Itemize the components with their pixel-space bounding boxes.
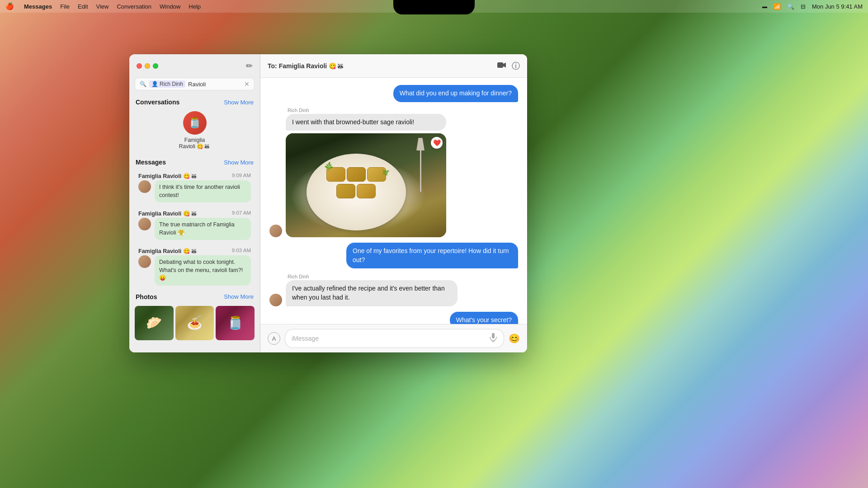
conversations-show-more[interactable]: Show More — [224, 99, 254, 106]
photo-reaction: ❤️ — [431, 137, 443, 149]
photos-grid: 🥟 🍝 🫙 — [129, 303, 260, 343]
messages-show-more[interactable]: Show More — [224, 159, 254, 166]
search-clear-button[interactable]: ✕ — [244, 80, 250, 88]
battery-icon: ▬ — [762, 4, 767, 9]
sender-label-4: Rich Dinh — [286, 274, 458, 279]
rich-dinh-avatar-4 — [269, 294, 282, 306]
traffic-lights — [137, 63, 158, 69]
to-label: To: — [268, 62, 277, 70]
messages-section-header: Messages Show More — [129, 155, 260, 169]
result-2-avatar — [138, 218, 151, 230]
video-call-button[interactable] — [497, 62, 506, 70]
result-2-time: 9:07 AM — [232, 210, 251, 217]
svg-rect-1 — [492, 333, 495, 338]
menu-window[interactable]: Window — [160, 3, 180, 10]
menu-file[interactable]: File — [60, 3, 70, 10]
conversation-famiglia[interactable]: 🫙 Famiglia Ravioli 😋🦝 — [129, 108, 260, 155]
audio-input-button[interactable] — [489, 333, 497, 344]
message-result-3[interactable]: Famiglia Ravioli 😋🦝 9:03 AM Debating wha… — [133, 244, 256, 289]
plate: 🌿 🌿 — [307, 154, 406, 230]
input-bar: A iMessage 😊 — [260, 324, 527, 352]
message-result-1[interactable]: Famiglia Ravioli 😋🦝 9:09 AM I think it's… — [133, 169, 256, 206]
result-3-bubble: Debating what to cook tonight. What's on… — [155, 255, 251, 286]
apps-button[interactable]: A — [268, 332, 280, 345]
search-icon: 🔍 — [140, 81, 146, 87]
result-3-avatar — [138, 255, 151, 268]
conversations-section-header: Conversations Show More — [129, 95, 260, 108]
sender-label-2: Rich Dinh — [286, 108, 446, 113]
result-3-group: Famiglia Ravioli 😋🦝 — [138, 248, 198, 254]
search-menubar-icon[interactable]: 🔍 — [787, 3, 794, 10]
result-3-row: Debating what to cook tonight. What's on… — [138, 255, 251, 286]
menu-view[interactable]: View — [96, 3, 109, 10]
result-2-row: The true matriarch of Famiglia Ravioli 😤 — [138, 218, 251, 240]
messages-window: ✏ 🔍 👤 Rich Dinh Ravioli ✕ Conversation — [129, 54, 527, 352]
message-row-sent-1: What did you end up making for dinner? — [269, 85, 518, 102]
result-2-avatar-img — [138, 218, 151, 230]
result-3-time: 9:03 AM — [232, 248, 251, 254]
message-result-2-header: Famiglia Ravioli 😋🦝 9:07 AM — [138, 210, 251, 217]
compose-button[interactable]: ✏ — [246, 61, 253, 71]
photos-show-more[interactable]: Show More — [224, 293, 254, 300]
conversations-title: Conversations — [136, 99, 179, 106]
emoji-button[interactable]: 😊 — [509, 333, 520, 344]
messages-title: Messages — [136, 159, 166, 166]
close-button[interactable] — [137, 63, 142, 69]
sidebar-content: Conversations Show More 🫙 Famiglia Ravio… — [129, 95, 260, 352]
photo-message[interactable]: 🌿 🌿 ❤️ — [286, 133, 446, 237]
message-row-received-2: Rich Dinh I went with that browned-butte… — [269, 108, 518, 238]
group-avatar: 🫙 — [183, 111, 207, 135]
wifi-icon: 📶 — [774, 3, 781, 10]
result-2-group: Famiglia Ravioli 😋🦝 — [138, 210, 198, 217]
search-tag-label: Rich Dinh — [160, 81, 183, 87]
ravioli-group: 🌿 🌿 — [320, 167, 392, 198]
result-2-bubble: The true matriarch of Famiglia Ravioli 😤 — [155, 218, 251, 240]
result-3-avatar-img — [138, 255, 151, 268]
photo-thumb-3[interactable]: 🫙 — [216, 306, 255, 340]
notch — [393, 0, 475, 14]
result-1-group: Famiglia Ravioli 😋🦝 — [138, 173, 198, 179]
search-input[interactable]: Ravioli — [188, 81, 241, 88]
message-content-received-4: Rich Dinh I've actually refined the reci… — [286, 274, 458, 306]
menu-edit[interactable]: Edit — [78, 3, 88, 10]
photo-thumb-2[interactable]: 🍝 — [175, 306, 214, 340]
search-bar: 🔍 👤 Rich Dinh Ravioli ✕ — [129, 78, 260, 95]
svg-rect-0 — [497, 62, 503, 68]
message-input[interactable]: iMessage — [285, 329, 504, 348]
message-result-2[interactable]: Famiglia Ravioli 😋🦝 9:07 AM The true mat… — [133, 206, 256, 244]
menubar-right: ▬ 📶 🔍 ⊟ Mon Jun 5 9:41 AM — [762, 3, 863, 10]
bubble-sent-1: What did you end up making for dinner? — [393, 85, 518, 102]
search-filter-tag: 👤 Rich Dinh — [149, 80, 185, 88]
info-button[interactable]: ⓘ — [512, 61, 520, 71]
control-center-icon[interactable]: ⊟ — [801, 3, 806, 10]
recipient-name: Famiglia Ravioli 😋🦝 — [279, 62, 344, 70]
app-name[interactable]: Messages — [24, 3, 52, 10]
bubble-sent-3: One of my favorites from your repertoire… — [346, 243, 518, 268]
menubar-left: 🍎 Messages File Edit View Conversation W… — [5, 2, 201, 10]
message-result-3-header: Famiglia Ravioli 😋🦝 9:03 AM — [138, 248, 251, 254]
search-input-container[interactable]: 🔍 👤 Rich Dinh Ravioli ✕ — [135, 78, 255, 90]
result-1-time: 9:09 AM — [232, 173, 251, 179]
message-result-1-header: Famiglia Ravioli 😋🦝 9:09 AM — [138, 173, 251, 179]
photo-thumb-1[interactable]: 🥟 — [135, 306, 174, 340]
minimize-button[interactable] — [145, 63, 150, 69]
desktop: 🍎 Messages File Edit View Conversation W… — [0, 0, 868, 488]
result-1-avatar — [138, 180, 151, 193]
chat-header-actions: ⓘ — [497, 61, 520, 71]
maximize-button[interactable] — [153, 63, 158, 69]
message-content-sent-3: One of my favorites from your repertoire… — [346, 243, 518, 268]
menu-help[interactable]: Help — [189, 3, 201, 10]
chat-header: To: Famiglia Ravioli 😋🦝 ⓘ — [260, 54, 527, 78]
chat-title: To: Famiglia Ravioli 😋🦝 — [268, 62, 497, 70]
rich-dinh-avatar-1 — [269, 225, 282, 237]
messages-area[interactable]: What did you end up making for dinner? R… — [260, 78, 527, 324]
chat-panel: To: Famiglia Ravioli 😋🦝 ⓘ — [260, 54, 527, 352]
message-row-sent-3: One of my favorites from your repertoire… — [269, 243, 518, 268]
apple-menu[interactable]: 🍎 — [5, 2, 14, 10]
bubble-received-4: I've actually refined the recipe and it'… — [286, 280, 458, 306]
photos-title: Photos — [136, 293, 157, 300]
apps-icon: A — [272, 335, 276, 342]
datetime: Mon Jun 5 9:41 AM — [812, 3, 863, 10]
menu-conversation[interactable]: Conversation — [117, 3, 151, 10]
search-tag-icon: 👤 — [151, 81, 158, 87]
